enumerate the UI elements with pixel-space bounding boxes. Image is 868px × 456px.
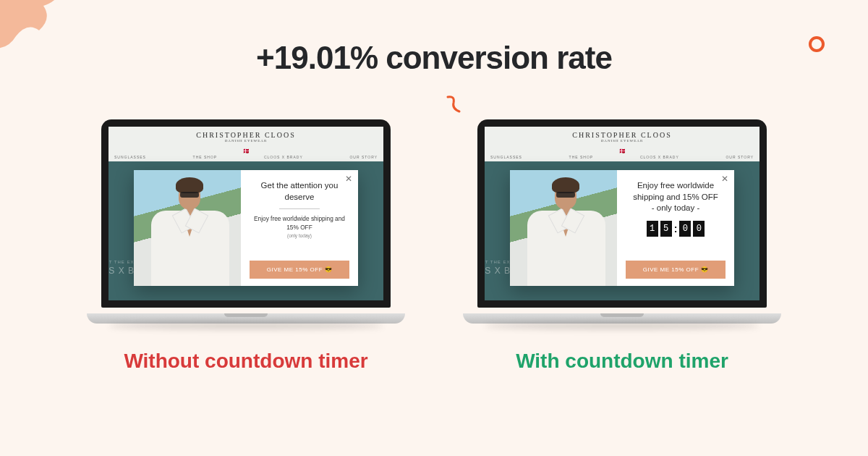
brand-name: CHRISTOPHER CLOOS [485, 131, 760, 139]
site-nav: SUNGLASSES THE SHOP CLOOS X BRADY OUR ST… [485, 155, 760, 159]
nav-link[interactable]: CLOOS X BRADY [264, 155, 303, 159]
laptop-screen: CHRISTOPHER CLOOS DANISH EYEWEAR 🇩🇰 SUNG… [101, 119, 391, 308]
cta-button[interactable]: GIVE ME 15% OFF 😎 [626, 261, 726, 279]
sunglasses-icon: 😎 [325, 266, 333, 273]
site-viewport: CHRISTOPHER CLOOS DANISH EYEWEAR 🇩🇰 SUNG… [109, 127, 383, 300]
cta-button[interactable]: GIVE ME 15% OFF 😎 [250, 261, 349, 279]
nav-link[interactable]: OUR STORY [349, 155, 378, 159]
popup-title-line: - only today - [652, 203, 699, 212]
popup-discount: 15% OFF [286, 224, 312, 231]
timer-digit: 5 [660, 221, 672, 237]
popup-title-line: Enjoy free worldwide [637, 181, 714, 190]
close-icon[interactable]: ✕ [345, 174, 352, 183]
nav-link[interactable]: OUR STORY [726, 155, 754, 159]
laptop-mockup: CHRISTOPHER CLOOS DANISH EYEWEAR 🇩🇰 SUNG… [463, 119, 781, 329]
decorative-squiggle [445, 94, 462, 114]
timer-digit: 0 [693, 221, 705, 237]
close-icon[interactable]: ✕ [721, 174, 728, 183]
site-header: CHRISTOPHER CLOOS DANISH EYEWEAR 🇩🇰 SUNG… [109, 127, 383, 161]
laptop-shadow [109, 322, 383, 329]
variant-without-timer: CHRISTOPHER CLOOS DANISH EYEWEAR 🇩🇰 SUNG… [87, 119, 405, 373]
popup-image [134, 170, 241, 286]
site-viewport: CHRISTOPHER CLOOS DANISH EYEWEAR 🇩🇰 SUNG… [485, 127, 760, 300]
variant-with-timer: CHRISTOPHER CLOOS DANISH EYEWEAR 🇩🇰 SUNG… [463, 119, 781, 373]
popup-title-line: shipping and 15% OFF [633, 193, 718, 201]
site-header: CHRISTOPHER CLOOS DANISH EYEWEAR 🇩🇰 SUNG… [485, 127, 760, 161]
nav-link[interactable]: THE SHOP [193, 155, 218, 159]
laptop-shadow [485, 322, 760, 329]
countdown-timer: 1 5 : 0 0 [626, 221, 726, 237]
divider [279, 208, 320, 209]
laptop-mockup: CHRISTOPHER CLOOS DANISH EYEWEAR 🇩🇰 SUNG… [87, 119, 405, 329]
comparison-stage: CHRISTOPHER CLOOS DANISH EYEWEAR 🇩🇰 SUNG… [0, 119, 868, 373]
timer-colon: : [674, 221, 678, 237]
popup-copy: Enjoy free worldwide shipping and 15% OF… [250, 215, 349, 232]
nav-link[interactable]: SUNGLASSES [114, 155, 146, 159]
caption-with-timer: With countdown timer [516, 350, 728, 373]
popup-title: Get the attention you deserve [250, 180, 349, 203]
cta-label: GIVE ME 15% OFF [643, 266, 699, 273]
nav-link[interactable]: THE SHOP [569, 155, 594, 159]
sunglasses-icon: 😎 [701, 266, 709, 273]
laptop-screen: CHRISTOPHER CLOOS DANISH EYEWEAR 🇩🇰 SUNG… [477, 119, 767, 308]
popup-title: Enjoy free worldwide shipping and 15% OF… [626, 180, 726, 214]
promo-popup: ✕ Enjoy free worldwide shipping and 15% … [510, 170, 734, 286]
popup-copy-line: Enjoy free worldwide shipping and [254, 215, 345, 222]
popup-image [510, 170, 617, 286]
caption-without-timer: Without countdown timer [124, 350, 367, 373]
nav-link[interactable]: CLOOS X BRADY [640, 155, 679, 159]
timer-digit: 0 [679, 221, 691, 237]
popup-body: ✕ Get the attention you deserve Enjoy fr… [241, 170, 358, 286]
brand-tagline: DANISH EYEWEAR [109, 139, 383, 143]
cta-label: GIVE ME 15% OFF [267, 266, 323, 273]
flag-icon: 🇩🇰 [243, 148, 250, 154]
site-nav: SUNGLASSES THE SHOP CLOOS X BRADY OUR ST… [109, 155, 383, 159]
flag-icon: 🇩🇰 [619, 148, 626, 154]
brand-name: CHRISTOPHER CLOOS [109, 131, 383, 139]
brand-tagline: DANISH EYEWEAR [485, 139, 760, 143]
popup-fineprint: (only today) [250, 233, 349, 238]
timer-digit: 1 [647, 221, 658, 237]
headline: +19.01% conversion rate [0, 40, 868, 76]
popup-body: ✕ Enjoy free worldwide shipping and 15% … [617, 170, 734, 286]
promo-popup: ✕ Get the attention you deserve Enjoy fr… [134, 170, 358, 286]
nav-link[interactable]: SUNGLASSES [490, 155, 522, 159]
